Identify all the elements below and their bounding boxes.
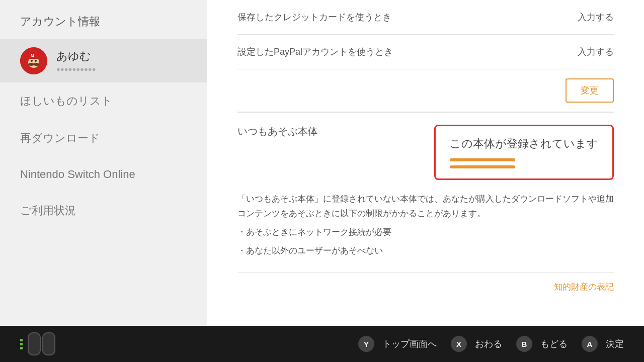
console-section: いつもあそぶ本体 この本体が登録されています (237, 112, 614, 192)
bottom-left-logo (20, 332, 55, 355)
sidebar-nav: ほしいものリスト 再ダウンロード Nintendo Switch Online … (0, 82, 207, 229)
sidebar-item-wishlist[interactable]: ほしいものリスト (0, 82, 207, 120)
bottom-bar: Y トップ画面へ X おわる B もどる A 決定 (0, 326, 644, 362)
user-info: あゆむ ●●●●●●●●●● (56, 49, 96, 73)
paypal-value: 入力する (578, 46, 614, 58)
sidebar: アカウント情報 (0, 0, 207, 326)
svg-point-5 (33, 63, 39, 66)
bullet-1: ・あそぶときにネットワーク接続が必要 (237, 225, 614, 240)
x-button-icon: X (451, 336, 467, 352)
description-block: 「いつもあそぶ本体」に登録されていない本体では、あなたが購入したダウンロードソフ… (237, 192, 614, 273)
user-name: あゆむ (56, 49, 96, 64)
btn-group-x[interactable]: X おわる (451, 336, 502, 352)
joy-con-right (42, 332, 55, 355)
credit-card-value: 入力する (578, 11, 614, 23)
sidebar-user-item[interactable]: M あゆむ ●●●●●●●●●● (0, 39, 207, 82)
paypal-label: 設定したPayPalアカウントを使うとき (237, 46, 393, 58)
b-button-icon: B (516, 336, 532, 352)
x-button-label: おわる (475, 338, 502, 350)
sidebar-item-nso[interactable]: Nintendo Switch Online (0, 157, 207, 192)
bottom-buttons: Y トップ画面へ X おわる B もどる A 決定 (358, 336, 624, 352)
user-sub: ●●●●●●●●●● (56, 65, 96, 73)
a-button-icon: A (582, 336, 598, 352)
b-button-label: もどる (540, 338, 568, 350)
ip-notice-link[interactable]: 知的財産の表記 (554, 282, 614, 292)
sidebar-item-redownload[interactable]: 再ダウンロード (0, 120, 207, 157)
sidebar-item-usage[interactable]: ご利用状況 (0, 192, 207, 229)
svg-point-7 (35, 60, 37, 62)
dot-1 (20, 339, 23, 341)
paypal-row: 設定したPayPalアカウントを使うとき 入力する (237, 35, 614, 69)
joy-con-body (28, 332, 55, 355)
credit-card-row: 保存したクレジットカードを使うとき 入力する (237, 0, 614, 35)
orange-bar-2 (450, 165, 515, 168)
sidebar-title: アカウント情報 (0, 0, 207, 39)
orange-bar-1 (450, 158, 515, 161)
console-status-area: この本体が登録されています (388, 125, 614, 180)
console-status-box: この本体が登録されています (434, 125, 614, 180)
svg-text:M: M (31, 53, 34, 58)
footer-link-area: 知的財産の表記 (237, 273, 614, 305)
joy-con-left (28, 332, 41, 355)
y-button-icon: Y (358, 336, 374, 352)
bullet-2: ・あなた以外のユーザーがあそべない (237, 244, 614, 258)
svg-point-6 (31, 60, 33, 62)
credit-card-label: 保存したクレジットカードを使うとき (237, 11, 391, 23)
y-button-label: トップ画面へ (382, 338, 437, 350)
avatar: M (20, 47, 47, 74)
main-container: アカウント情報 (0, 0, 644, 326)
a-button-label: 決定 (606, 338, 624, 350)
btn-group-y[interactable]: Y トップ画面へ (358, 336, 437, 352)
dot-3 (20, 347, 23, 349)
joy-con-dots (20, 339, 23, 349)
dot-2 (20, 343, 23, 345)
console-status-text: この本体が登録されています (450, 136, 598, 151)
description-main: 「いつもあそぶ本体」に登録されていない本体では、あなたが購入したダウンロードソフ… (237, 192, 614, 221)
console-section-label: いつもあそぶ本体 (237, 125, 388, 138)
btn-group-b[interactable]: B もどる (516, 336, 568, 352)
btn-group-a[interactable]: A 決定 (582, 336, 624, 352)
content-area: 保存したクレジットカードを使うとき 入力する 設定したPayPalアカウントを使… (207, 0, 644, 326)
change-button[interactable]: 変更 (566, 78, 614, 103)
